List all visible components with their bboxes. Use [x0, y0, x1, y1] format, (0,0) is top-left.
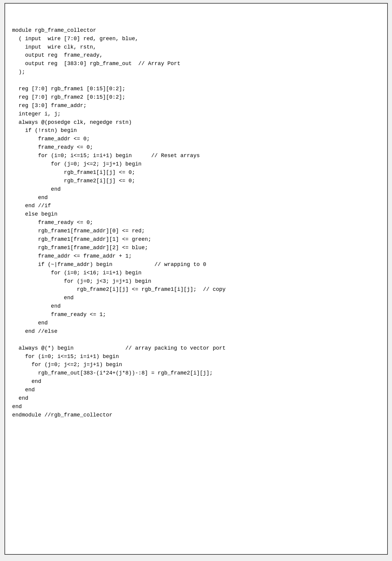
code-block: module rgb_frame_collector ( input wire …	[4, 3, 388, 555]
code-content: module rgb_frame_collector ( input wire …	[12, 26, 380, 419]
